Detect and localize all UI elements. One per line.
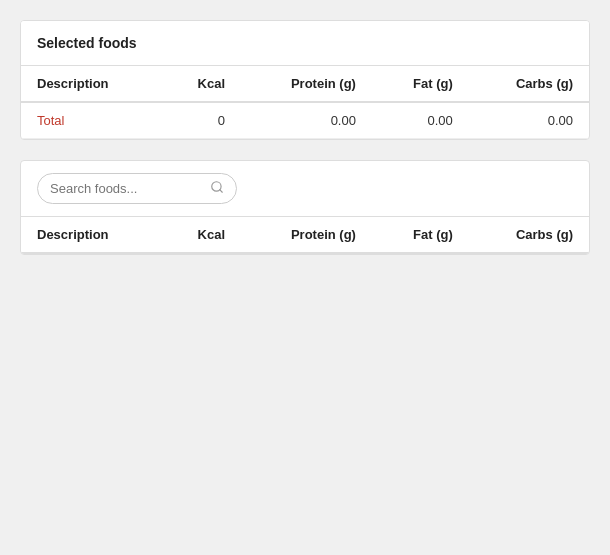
svg-line-1 <box>220 190 223 193</box>
search-bar-container[interactable] <box>37 173 237 204</box>
search-foods-table-wrapper: Description Kcal Protein (g) Fat (g) Car… <box>21 217 589 254</box>
selected-foods-panel: Selected foods Description Kcal Protein … <box>20 20 590 140</box>
search-col-fat: Fat (g) <box>372 217 469 253</box>
search-foods-table: Description Kcal Protein (g) Fat (g) Car… <box>21 217 589 254</box>
search-bar-wrapper <box>21 161 589 217</box>
total-protein: 0.00 <box>241 102 372 139</box>
search-col-kcal: Kcal <box>161 217 241 253</box>
search-input[interactable] <box>50 181 210 196</box>
search-col-description: Description <box>21 217 161 253</box>
search-foods-panel: Description Kcal Protein (g) Fat (g) Car… <box>20 160 590 255</box>
total-fat: 0.00 <box>372 102 469 139</box>
search-col-carbs: Carbs (g) <box>469 217 589 253</box>
col-fat: Fat (g) <box>372 66 469 102</box>
selected-foods-table: Description Kcal Protein (g) Fat (g) Car… <box>21 66 589 139</box>
search-col-protein: Protein (g) <box>241 217 372 253</box>
total-carbs: 0.00 <box>469 102 589 139</box>
selected-foods-table-wrapper: Description Kcal Protein (g) Fat (g) Car… <box>21 66 589 139</box>
total-row: Total 0 0.00 0.00 0.00 <box>21 102 589 139</box>
search-icon <box>210 180 224 197</box>
selected-foods-header: Selected foods <box>21 21 589 66</box>
col-protein: Protein (g) <box>241 66 372 102</box>
col-kcal: Kcal <box>161 66 241 102</box>
search-foods-header-row: Description Kcal Protein (g) Fat (g) Car… <box>21 217 589 253</box>
total-label: Total <box>21 102 161 139</box>
selected-foods-title: Selected foods <box>37 35 137 51</box>
col-description: Description <box>21 66 161 102</box>
total-kcal: 0 <box>161 102 241 139</box>
selected-foods-header-row: Description Kcal Protein (g) Fat (g) Car… <box>21 66 589 102</box>
col-carbs: Carbs (g) <box>469 66 589 102</box>
